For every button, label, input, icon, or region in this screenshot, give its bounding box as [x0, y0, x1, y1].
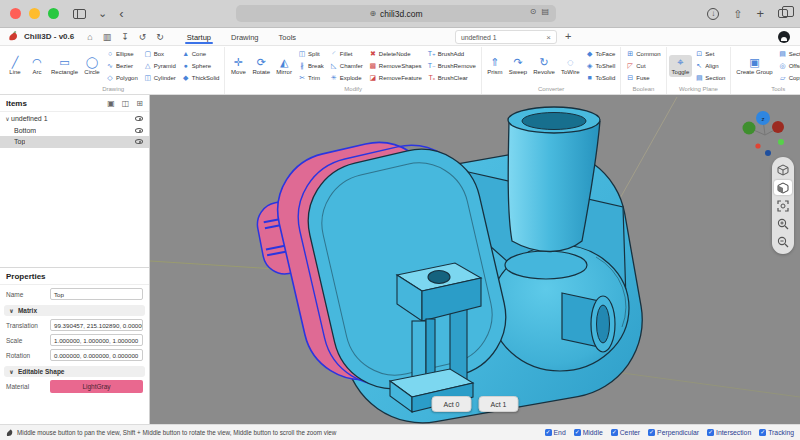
zoom-window-button[interactable] — [48, 8, 59, 19]
pump-model[interactable] — [150, 95, 800, 424]
new-folder-icon[interactable]: ▣ — [107, 99, 115, 108]
material-button[interactable]: LightGray — [50, 380, 143, 393]
visibility-eye-icon[interactable] — [135, 139, 143, 144]
ribbon-button-towire[interactable]: ◌ToWire — [558, 55, 583, 77]
ribbon-button-cylinder[interactable]: ◫Cylinder — [144, 73, 176, 84]
ribbon-button-move[interactable]: ✛Move — [227, 55, 249, 77]
ribbon-button-brushremove[interactable]: T₋BrushRemove — [428, 61, 476, 72]
tab-overview-icon[interactable] — [778, 9, 788, 18]
ribbon-button-break[interactable]: ∦Break — [298, 61, 324, 72]
snap-perpendicular[interactable]: ✓Perpendicular — [648, 429, 699, 436]
tab-tools[interactable]: Tools — [271, 30, 305, 44]
checkbox-icon[interactable]: ✓ — [759, 429, 766, 436]
ribbon-button-deletenode[interactable]: ✖DeleteNode — [369, 49, 422, 60]
undo-icon[interactable]: ↺ — [139, 32, 147, 42]
document-tab[interactable]: undefined 1 × — [455, 30, 557, 44]
ribbon-button-cut[interactable]: ◸Cut — [626, 61, 660, 72]
ribbon-button-align[interactable]: ↖Align — [695, 61, 725, 72]
ribbon-button-removefeature[interactable]: ◪RemoveFeature — [369, 73, 422, 84]
axis-y-dot[interactable] — [743, 122, 756, 135]
tab-drawing[interactable]: Drawing — [223, 30, 267, 44]
zoom-out-button[interactable] — [774, 234, 792, 249]
tree-item-top[interactable]: Top — [0, 136, 149, 148]
snap-intersection[interactable]: ✓Intersection — [707, 429, 751, 436]
snap-center[interactable]: ✓Center — [611, 429, 640, 436]
ribbon-button-cone[interactable]: ▲Cone — [182, 49, 220, 60]
ribbon-button-brushadd[interactable]: T₊BrushAdd — [428, 49, 476, 60]
reader-icon[interactable]: ▤ — [541, 7, 549, 16]
axis-neg-x-dot[interactable] — [755, 143, 760, 148]
home-icon[interactable]: ⌂ — [87, 32, 92, 42]
act-button-act-0[interactable]: Act 0 — [432, 396, 472, 412]
redo-icon[interactable]: ↻ — [156, 32, 164, 42]
fit-view-button[interactable] — [774, 198, 792, 213]
axis-gizmo[interactable]: z — [740, 105, 792, 157]
back-button[interactable]: ‹ — [119, 8, 123, 19]
chevron-down-icon[interactable]: ∨ — [4, 115, 11, 122]
ribbon-button-rectangle[interactable]: ▭Rectangle — [48, 55, 81, 77]
ribbon-button-common[interactable]: ⊞Common — [626, 49, 660, 60]
minimize-window-button[interactable] — [29, 8, 40, 19]
ribbon-button-toggle[interactable]: ⌖Toggle — [669, 55, 693, 77]
shaded-mode-button[interactable] — [774, 180, 792, 195]
ribbon-button-revolve[interactable]: ↻Revolve — [530, 55, 558, 77]
tab-startup[interactable]: Startup — [179, 30, 219, 44]
ribbon-button-tosolid[interactable]: ■ToSolid — [586, 73, 616, 84]
ribbon-button-split[interactable]: ◫Split — [298, 49, 324, 60]
chevron-down-icon[interactable]: ⌄ — [98, 8, 107, 19]
checkbox-icon[interactable]: ✓ — [648, 429, 655, 436]
ribbon-button-brushclear[interactable]: TₓBrushClear — [428, 73, 476, 84]
axis-neg-z-dot[interactable] — [765, 150, 771, 156]
tree-item-undefined-1[interactable]: ∨undefined 1 — [0, 113, 149, 125]
address-bar[interactable]: ⊕ chili3d.com ⊙ ▤ — [236, 5, 556, 22]
visibility-eye-icon[interactable] — [135, 128, 143, 133]
ribbon-button-box[interactable]: ▢Box — [144, 49, 176, 60]
snap-middle[interactable]: ✓Middle — [574, 429, 603, 436]
share-icon[interactable]: ⇧ — [733, 8, 742, 20]
close-document-icon[interactable]: × — [546, 33, 551, 42]
translation-input[interactable]: 99.390457, 215.102890, 0.00000 — [50, 319, 143, 331]
ribbon-button-sphere[interactable]: ●Sphere — [182, 61, 220, 72]
new-tab-button[interactable]: + — [756, 8, 764, 20]
close-window-button[interactable] — [10, 8, 21, 19]
ribbon-button-mirror[interactable]: ◭Mirror — [273, 55, 295, 77]
downloads-icon[interactable]: ↓ — [707, 8, 719, 20]
privacy-icon[interactable]: ⊙ — [530, 7, 537, 16]
ribbon-button-line[interactable]: ╱Line — [4, 55, 26, 77]
ribbon-button-create-group[interactable]: ▣Create Group — [733, 55, 775, 77]
visibility-eye-icon[interactable] — [135, 116, 143, 121]
ribbon-button-trim[interactable]: ✂Trim — [298, 73, 324, 84]
ribbon-button-toface[interactable]: ◆ToFace — [586, 49, 616, 60]
new-document-button[interactable]: + — [565, 30, 571, 42]
ribbon-button-offset[interactable]: ◎Offset — [779, 61, 800, 72]
ribbon-button-fillet[interactable]: ◜Fillet — [330, 49, 363, 60]
viewport-3d[interactable]: z — [150, 95, 800, 424]
github-icon[interactable] — [778, 31, 790, 43]
ribbon-button-polygon[interactable]: ◇Polygon — [106, 73, 138, 84]
expand-panel-icon[interactable]: ⊞ — [136, 99, 143, 108]
ribbon-button-ellipse[interactable]: ○Ellipse — [106, 49, 138, 60]
axis-x-dot[interactable] — [772, 121, 784, 133]
ribbon-button-fuse[interactable]: ⊟Fuse — [626, 73, 660, 84]
ribbon-button-prism[interactable]: ⇑Prism — [484, 55, 506, 77]
tree-item-bottom[interactable]: Bottom — [0, 125, 149, 137]
snap-tracking[interactable]: ✓Tracking — [759, 429, 794, 436]
ribbon-button-explode[interactable]: ✳Explode — [330, 73, 363, 84]
matrix-section-header[interactable]: ∨ Matrix — [4, 305, 145, 316]
scale-input[interactable]: 1.000000, 1.000000, 1.000000 — [50, 334, 143, 346]
ribbon-button-pyramid[interactable]: △Pyramid — [144, 61, 176, 72]
checkbox-icon[interactable]: ✓ — [574, 429, 581, 436]
ribbon-button-rotate[interactable]: ⟳Rotate — [249, 55, 273, 77]
editable-shape-section-header[interactable]: ∨ Editable Shape — [4, 366, 145, 377]
ribbon-button-thicksolid[interactable]: ◆ThickSolid — [182, 73, 220, 84]
zoom-in-button[interactable] — [774, 216, 792, 231]
sidebar-toggle-icon[interactable] — [73, 9, 86, 19]
ribbon-button-removeshapes[interactable]: ▩RemoveShapes — [369, 61, 422, 72]
document-icon[interactable]: ▥ — [103, 32, 112, 42]
snap-end[interactable]: ✓End — [545, 429, 566, 436]
wireframe-mode-button[interactable] — [774, 162, 792, 177]
checkbox-icon[interactable]: ✓ — [611, 429, 618, 436]
ribbon-button-copyshape[interactable]: ▱CopyShape — [779, 73, 800, 84]
ribbon-button-sweep[interactable]: ↷Sweep — [506, 55, 530, 77]
ribbon-button-chamfer[interactable]: ◺Chamfer — [330, 61, 363, 72]
